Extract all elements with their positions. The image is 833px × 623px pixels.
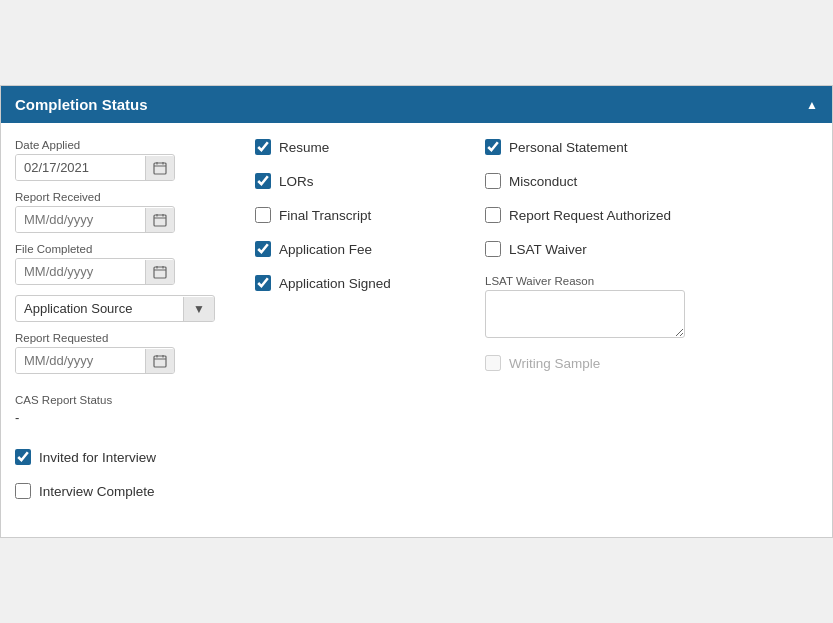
report-requested-calendar-icon[interactable] [145, 349, 174, 373]
report-requested-field[interactable] [15, 347, 175, 374]
cas-report-label: CAS Report Status [15, 394, 235, 406]
svg-rect-0 [154, 163, 166, 174]
left-column: Date Applied Report Received [15, 139, 255, 517]
invited-interview-label[interactable]: Invited for Interview [39, 450, 156, 465]
cas-report-section: CAS Report Status - [15, 394, 235, 425]
application-fee-row: Application Fee [255, 241, 465, 257]
final-transcript-checkbox[interactable] [255, 207, 271, 223]
writing-sample-label[interactable]: Writing Sample [509, 356, 600, 371]
right-column: Personal Statement Misconduct Report Req… [485, 139, 818, 517]
resume-row: Resume [255, 139, 465, 155]
form-layout: Date Applied Report Received [15, 139, 818, 517]
interview-complete-checkbox[interactable] [15, 483, 31, 499]
lsat-waiver-reason-textarea[interactable] [485, 290, 685, 338]
date-applied-field[interactable] [15, 154, 175, 181]
panel-body: Date Applied Report Received [1, 123, 832, 537]
lors-label[interactable]: LORs [279, 174, 314, 189]
completion-status-panel: Completion Status ▲ Date Applied [0, 85, 833, 538]
lsat-waiver-row: LSAT Waiver [485, 241, 818, 257]
report-received-label: Report Received [15, 191, 235, 203]
lsat-waiver-reason-label: LSAT Waiver Reason [485, 275, 818, 287]
application-signed-row: Application Signed [255, 275, 465, 291]
dropdown-arrow-icon: ▼ [183, 297, 214, 321]
report-received-input[interactable] [16, 207, 145, 232]
invited-interview-checkbox[interactable] [15, 449, 31, 465]
report-request-authorized-checkbox[interactable] [485, 207, 501, 223]
lors-row: LORs [255, 173, 465, 189]
date-applied-input[interactable] [16, 155, 145, 180]
file-completed-input[interactable] [16, 259, 145, 284]
file-completed-calendar-icon[interactable] [145, 260, 174, 284]
application-fee-label[interactable]: Application Fee [279, 242, 372, 257]
interview-complete-row: Interview Complete [15, 483, 235, 499]
bottom-checkboxes: Invited for Interview Interview Complete [15, 449, 235, 499]
report-requested-label: Report Requested [15, 332, 235, 344]
interview-complete-label[interactable]: Interview Complete [39, 484, 155, 499]
report-requested-input[interactable] [16, 348, 145, 373]
report-received-field[interactable] [15, 206, 175, 233]
lsat-waiver-checkbox[interactable] [485, 241, 501, 257]
svg-rect-4 [154, 215, 166, 226]
application-signed-label[interactable]: Application Signed [279, 276, 391, 291]
report-received-calendar-icon[interactable] [145, 208, 174, 232]
application-signed-checkbox[interactable] [255, 275, 271, 291]
application-source-select[interactable]: Application Source [16, 296, 183, 321]
file-completed-field[interactable] [15, 258, 175, 285]
final-transcript-row: Final Transcript [255, 207, 465, 223]
writing-sample-row: Writing Sample [485, 355, 818, 371]
writing-sample-checkbox[interactable] [485, 355, 501, 371]
middle-column: Resume LORs Final Transcript Application… [255, 139, 485, 517]
application-source-dropdown[interactable]: Application Source ▼ [15, 295, 215, 322]
final-transcript-label[interactable]: Final Transcript [279, 208, 371, 223]
personal-statement-row: Personal Statement [485, 139, 818, 155]
lsat-waiver-label[interactable]: LSAT Waiver [509, 242, 587, 257]
date-applied-calendar-icon[interactable] [145, 156, 174, 180]
application-fee-checkbox[interactable] [255, 241, 271, 257]
misconduct-row: Misconduct [485, 173, 818, 189]
svg-rect-12 [154, 356, 166, 367]
misconduct-checkbox[interactable] [485, 173, 501, 189]
invited-interview-row: Invited for Interview [15, 449, 235, 465]
date-applied-label: Date Applied [15, 139, 235, 151]
svg-rect-8 [154, 267, 166, 278]
report-request-authorized-label[interactable]: Report Request Authorized [509, 208, 671, 223]
misconduct-label[interactable]: Misconduct [509, 174, 577, 189]
panel-title: Completion Status [15, 96, 148, 113]
resume-label[interactable]: Resume [279, 140, 329, 155]
cas-report-value: - [15, 410, 235, 425]
file-completed-label: File Completed [15, 243, 235, 255]
resume-checkbox[interactable] [255, 139, 271, 155]
personal-statement-label[interactable]: Personal Statement [509, 140, 628, 155]
lsat-waiver-reason-section: LSAT Waiver Reason [485, 275, 818, 341]
panel-header: Completion Status ▲ [1, 86, 832, 123]
collapse-caret-icon[interactable]: ▲ [806, 98, 818, 112]
lors-checkbox[interactable] [255, 173, 271, 189]
personal-statement-checkbox[interactable] [485, 139, 501, 155]
report-request-authorized-row: Report Request Authorized [485, 207, 818, 223]
